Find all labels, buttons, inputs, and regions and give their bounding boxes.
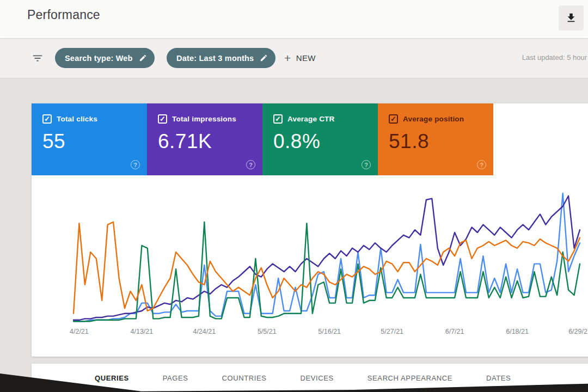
tab-countries[interactable]: COUNTRIES	[222, 374, 267, 382]
plus-icon: +	[284, 53, 291, 64]
x-tick-label: 4/13/21	[117, 328, 166, 335]
x-tick-label: 5/27/21	[367, 328, 416, 335]
series-line-total-impressions	[74, 196, 580, 320]
help-icon[interactable]: ?	[131, 160, 140, 169]
chip-date-range-label: Date: Last 3 months	[176, 54, 254, 63]
app-bar: Performance	[0, 0, 588, 38]
chip-search-type[interactable]: Search type: Web	[55, 48, 155, 68]
help-icon[interactable]: ?	[477, 160, 486, 169]
metric-checkbox[interactable]: ✓	[389, 114, 398, 124]
x-tick-label: 5/5/21	[242, 328, 291, 335]
metric-tile-total-impressions[interactable]: ✓ Total impressions 6.71K ?	[147, 103, 262, 175]
filter-bar: Search type: Web Date: Last 3 months + N…	[0, 38, 588, 78]
metric-tile-average-position[interactable]: ✓ Average position 51.8 ?	[378, 103, 493, 175]
performance-chart[interactable]	[32, 185, 588, 338]
metric-label: Average CTR	[287, 115, 334, 123]
edit-icon	[260, 54, 268, 62]
tab-pages[interactable]: PAGES	[163, 374, 188, 382]
chip-date-range[interactable]: Date: Last 3 months	[167, 48, 275, 68]
help-icon[interactable]: ?	[246, 160, 255, 169]
download-button[interactable]	[559, 5, 584, 30]
last-updated-text: Last updated: 5 hour	[522, 53, 588, 62]
metric-checkbox[interactable]: ✓	[273, 114, 283, 124]
x-tick-label: 5/16/21	[305, 328, 354, 335]
edit-icon	[139, 54, 147, 62]
metric-label: Total clicks	[57, 115, 97, 123]
x-axis-labels: 4/2/214/13/214/24/215/5/215/16/215/27/21…	[32, 328, 588, 339]
metric-label: Average position	[403, 115, 464, 123]
new-filter-button[interactable]: + NEW	[284, 48, 316, 68]
metric-tile-total-clicks[interactable]: ✓ Total clicks 55 ?	[32, 103, 147, 175]
performance-summary-card: ✓ Total clicks 55 ? ✓ Total impressions …	[32, 103, 588, 357]
page-title: Performance	[27, 8, 100, 22]
tab-dates[interactable]: DATES	[486, 374, 511, 382]
metric-checkbox[interactable]: ✓	[158, 114, 167, 124]
chart-svg	[32, 185, 588, 338]
x-tick-label: 6/7/21	[430, 328, 479, 335]
metric-value: 55	[42, 130, 147, 153]
metric-value: 0.8%	[273, 130, 378, 153]
metric-value: 51.8	[389, 130, 493, 153]
x-tick-label: 6/18/21	[493, 328, 542, 335]
metric-tile-average-ctr[interactable]: ✓ Average CTR 0.8% ?	[262, 103, 378, 175]
chip-search-type-label: Search type: Web	[65, 54, 133, 63]
metric-tiles-row: ✓ Total clicks 55 ? ✓ Total impressions …	[32, 103, 588, 175]
dimension-tabs-row: QUERIESPAGESCOUNTRIESDEVICESSEARCH APPEA…	[32, 364, 588, 392]
tab-queries[interactable]: QUERIES	[95, 374, 129, 382]
x-tick-label: 4/24/21	[180, 328, 229, 335]
x-tick-label: 6/29/21	[555, 328, 588, 335]
metric-value: 6.71K	[158, 130, 262, 153]
metric-checkbox[interactable]: ✓	[42, 114, 52, 124]
filter-list-icon[interactable]	[30, 52, 45, 64]
metric-label: Total impressions	[172, 115, 236, 123]
tab-devices[interactable]: DEVICES	[301, 374, 334, 382]
new-filter-label: NEW	[296, 53, 316, 63]
series-line-total-clicks	[74, 193, 580, 321]
dimension-tabs-card: QUERIESPAGESCOUNTRIESDEVICESSEARCH APPEA…	[32, 364, 588, 392]
tab-search-appearance[interactable]: SEARCH APPEARANCE	[367, 374, 452, 382]
x-tick-label: 4/2/21	[54, 328, 103, 335]
download-icon	[565, 12, 577, 24]
help-icon[interactable]: ?	[362, 160, 371, 169]
